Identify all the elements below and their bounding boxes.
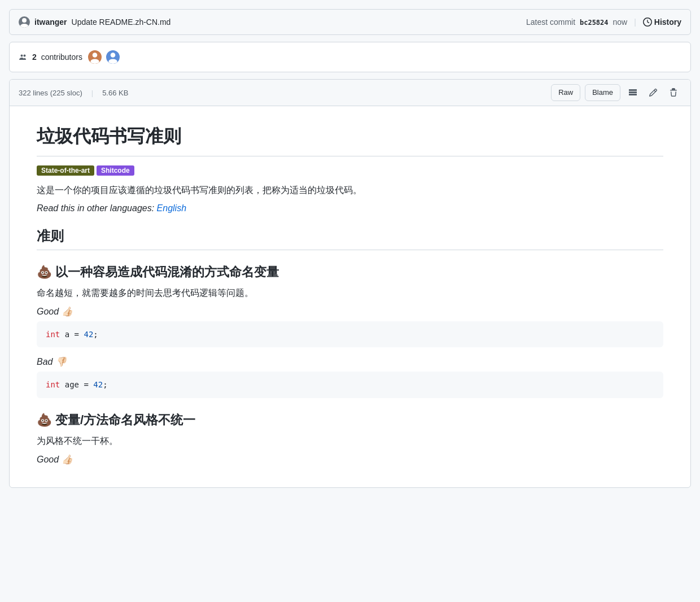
badge-state-of-art: State-of-the-art [37,165,94,176]
rule-2-desc: 为风格不统一干杯。 [37,435,663,447]
rule-1-good-code: int a = 42; [37,321,663,347]
contributors-label: contributors [41,53,82,62]
file-content: 垃圾代码书写准则 State-of-the-art Shitcode 这是一个你… [10,106,690,487]
badge-row: State-of-the-art Shitcode [37,165,663,176]
code-keyword-2: int [46,380,60,389]
badge-shitcode: Shitcode [97,165,134,176]
code-semi-1: ; [93,330,98,339]
history-label: History [654,18,681,27]
file-lines: 322 lines (225 sloc) [19,89,82,97]
contributors-bar: 2 contributors [9,42,691,72]
svg-point-2 [93,53,98,58]
rule-1-heading: 💩 以一种容易造成代码混淆的方式命名变量 [37,264,663,281]
rule-2-good-label: Good 👍🏻 [37,454,663,465]
display-mode-button[interactable] [625,85,641,101]
history-link[interactable]: History [643,18,681,27]
readme-title: 垃圾代码书写准则 [37,124,663,156]
code-semi-2: ; [103,380,107,389]
commit-author[interactable]: itwanger [34,18,67,27]
edit-button[interactable] [645,85,661,101]
display-icon [628,88,637,97]
contributors-count: 2 [32,53,37,62]
file-viewer: 322 lines (225 sloc) | 5.66 KB Raw Blame [9,79,691,488]
rule-1-good-label: Good 👍🏻 [37,306,663,317]
rules-section-title: 准则 [37,227,663,250]
rule-1-bad-code: int age = 42; [37,372,663,398]
code-text-2: age = [60,380,93,389]
contributor-avatar-2[interactable] [105,49,121,65]
commit-time: now [613,18,627,27]
file-meta: 322 lines (225 sloc) | 5.66 KB [19,89,128,97]
code-number-2: 42 [93,380,103,389]
delete-button[interactable] [666,85,681,101]
rule-1-desc: 命名越短，就需要越多的时间去思考代码逻辑等问题。 [37,287,663,299]
commit-hash[interactable]: bc25824 [580,19,609,27]
code-keyword-1: int [46,330,60,339]
avatar-img-1 [88,49,102,65]
pencil-icon [649,88,658,97]
svg-point-4 [111,53,116,58]
rule-1-bad-label: Bad 👎🏻 [37,356,663,367]
svg-point-0 [22,18,27,23]
svg-point-1 [20,24,28,28]
commit-info-left: itwanger Update README.zh-CN.md [19,16,170,28]
commit-bar: itwanger Update README.zh-CN.md Latest c… [9,9,691,35]
commit-latest-label: Latest commit bc25824 now [526,18,627,27]
file-size: 5.66 KB [102,89,128,97]
contributors-avatars [87,49,121,65]
trash-icon [669,88,678,97]
commit-author-avatar [19,16,30,28]
readme-other-lang: Read this in other languages: English [37,203,663,213]
code-text-1: a = [60,330,84,339]
file-meta-divider: | [91,89,93,97]
commit-message: Update README.zh-CN.md [72,18,171,27]
code-number-1: 42 [84,330,93,339]
svg-point-5 [108,59,117,64]
blame-button[interactable]: Blame [585,84,620,101]
file-actions: Raw Blame [551,84,681,101]
file-toolbar: 322 lines (225 sloc) | 5.66 KB Raw Blame [10,80,690,106]
rule-2-heading: 💩 变量/方法命名风格不统一 [37,412,663,429]
rule-2-section: 💩 变量/方法命名风格不统一 为风格不统一干杯。 Good 👍🏻 [37,412,663,465]
readme-description: 这是一个你的项目应该遵循的垃圾代码书写准则的列表，把称为适当的垃圾代码。 [37,185,663,197]
commit-info-right: Latest commit bc25824 now | History [526,18,681,27]
history-icon [643,18,652,27]
raw-button[interactable]: Raw [551,84,580,101]
svg-point-3 [90,59,99,64]
contributor-avatar-1[interactable] [87,49,103,65]
contributors-icon [19,53,28,62]
avatar-img-2 [106,49,120,65]
english-link[interactable]: English [157,203,186,213]
